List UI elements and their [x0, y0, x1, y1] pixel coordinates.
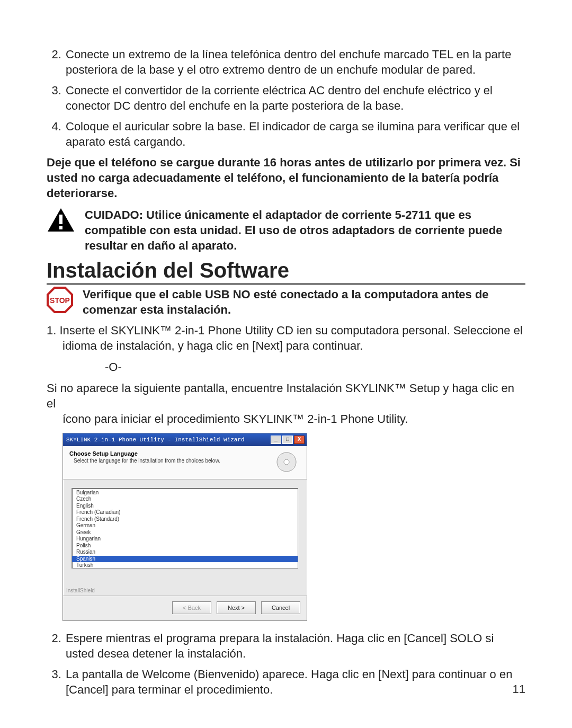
steps-upper: Conecte un extremo de la línea telefónic…	[47, 47, 525, 149]
cancel-button[interactable]: Cancel	[261, 601, 300, 614]
cancel-button-label: Cancel	[272, 605, 290, 611]
caution-text: CUIDADO: Utilice únicamente el adaptador…	[85, 207, 525, 253]
step1-line1: 1. Inserte el SKYLINK™ 2-in-1 Phone Util…	[47, 324, 523, 337]
alt-line2: ícono para iniciar el procedimiento SKYL…	[47, 411, 408, 427]
page-number: 11	[513, 682, 525, 696]
steps-lower: Espere mientras el programa prepara la i…	[47, 631, 525, 697]
dialog-header-title: Choose Setup Language	[69, 450, 273, 457]
stop-text: Verifique que el cable USB NO esté conec…	[83, 287, 525, 317]
step-3b: La pantalla de Welcome (Bienvenido) apar…	[65, 667, 525, 697]
svg-rect-2	[59, 226, 62, 229]
next-button-label: Next >	[228, 605, 245, 611]
step1-line2: idioma de instalación, y haga clic en [N…	[47, 338, 363, 353]
next-button[interactable]: Next >	[217, 601, 256, 614]
section-heading: Instalación del Software	[47, 259, 525, 285]
step-3: Conecte el convertidor de la corriente e…	[65, 83, 525, 113]
installshield-dialog: SKYLINK 2-in-1 Phone Utility - InstallSh…	[62, 433, 307, 621]
dialog-button-row: < Back Next > Cancel	[63, 596, 307, 620]
lang-item[interactable]: Czech	[72, 496, 298, 503]
lang-item[interactable]: Russian	[72, 549, 298, 556]
warning-triangle-icon	[47, 207, 75, 233]
lang-item[interactable]: Bulgarian	[72, 490, 298, 496]
lang-item[interactable]: Polish	[72, 543, 298, 549]
lang-item[interactable]: English	[72, 503, 298, 510]
minimize-button[interactable]: _	[271, 436, 281, 444]
or-line: -O-	[47, 360, 525, 374]
dialog-header: Choose Setup Language Select the languag…	[63, 446, 307, 480]
cd-icon	[273, 450, 300, 474]
maximize-button[interactable]: □	[282, 436, 293, 444]
alt-line1: Si no aparece la siguiente pantalla, enc…	[47, 381, 514, 410]
svg-point-5	[284, 459, 289, 465]
stop-block: STOP Verifique que el cable USB NO esté …	[47, 287, 525, 317]
lang-item[interactable]: French (Canadian)	[72, 509, 298, 516]
close-button[interactable]: X	[294, 436, 305, 444]
stop-sign-icon: STOP	[47, 287, 73, 313]
svg-rect-1	[59, 215, 62, 224]
step-4: Coloque el auricular sobre la base. El i…	[65, 119, 525, 149]
lang-item[interactable]: German	[72, 522, 298, 529]
step-2b: Espere mientras el programa prepara la i…	[65, 631, 525, 661]
dialog-titlebar: SKYLINK 2-in-1 Phone Utility - InstallSh…	[63, 433, 307, 446]
dialog-title: SKYLINK 2-in-1 Phone Utility - InstallSh…	[66, 437, 270, 443]
lang-item[interactable]: Greek	[72, 529, 298, 536]
lang-item[interactable]: French (Standard)	[72, 516, 298, 523]
lang-item[interactable]: Hungarian	[72, 536, 298, 543]
back-button[interactable]: < Back	[172, 601, 211, 614]
language-list[interactable]: Bulgarian Czech English French (Canadian…	[72, 488, 298, 569]
installshield-watermark: InstallShield	[63, 588, 307, 596]
step1: 1. Inserte el SKYLINK™ 2-in-1 Phone Util…	[47, 323, 525, 353]
alt-paragraph: Si no aparece la siguiente pantalla, enc…	[47, 380, 525, 427]
stop-label: STOP	[50, 296, 70, 305]
lang-item-selected[interactable]: Spanish	[72, 556, 298, 563]
step-2: Conecte un extremo de la línea telefónic…	[65, 47, 525, 77]
caution-block: CUIDADO: Utilice únicamente el adaptador…	[47, 207, 525, 253]
back-button-label: < Back	[183, 605, 201, 611]
charge-note: Deje que el teléfono se cargue durante 1…	[47, 155, 525, 201]
lang-item[interactable]: Turkish	[72, 562, 298, 569]
dialog-header-sub: Select the language for the installation…	[69, 458, 273, 464]
